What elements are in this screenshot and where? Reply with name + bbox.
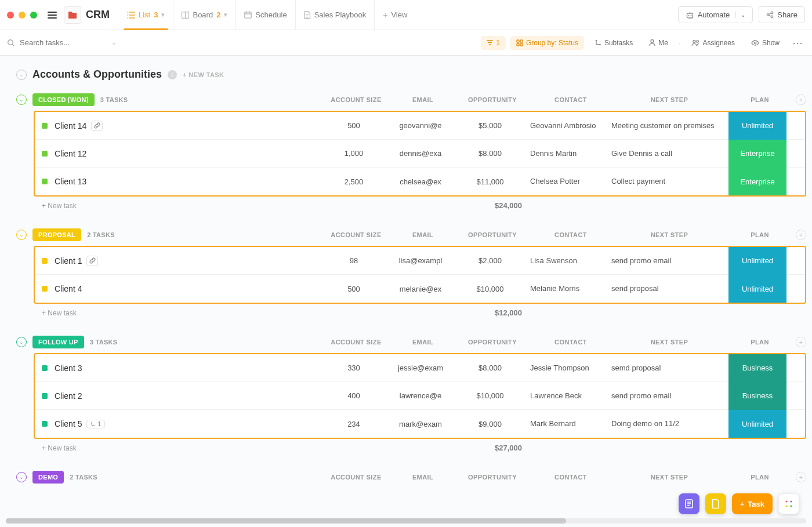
col-opportunity[interactable]: OPPORTUNITY [455, 339, 530, 346]
table-row[interactable]: Client 198lisa@exampl$2,000Lisa Swensons… [35, 247, 805, 275]
new-task-row[interactable]: + New task [42, 202, 77, 210]
cell-account-size[interactable]: 2,500 [319, 177, 389, 186]
automate-button[interactable]: Automate ⌄ [678, 6, 753, 23]
col-plan[interactable]: PLAN [727, 96, 792, 103]
fab-doc[interactable] [705, 493, 726, 514]
cell-opportunity[interactable]: $8,000 [452, 364, 528, 372]
search-input[interactable] [20, 38, 107, 47]
add-view-button[interactable]: + View [374, 0, 415, 30]
status-square-icon[interactable] [42, 421, 48, 427]
cell-email[interactable]: mark@exam [389, 420, 452, 428]
window-close-dot[interactable] [7, 12, 14, 19]
collapse-group-icon[interactable]: ⌄ [16, 95, 27, 105]
cell-account-size[interactable]: 400 [319, 391, 389, 400]
cell-next-step[interactable]: Meeting customer on premises [609, 121, 725, 130]
cell-next-step[interactable]: send promo email [609, 256, 725, 266]
status-square-icon[interactable] [42, 123, 48, 129]
col-account-size[interactable]: ACCOUNT SIZE [321, 339, 391, 346]
add-column-button[interactable]: + [796, 230, 806, 240]
col-next-step[interactable]: NEXT STEP [611, 96, 727, 103]
new-task-button[interactable]: + NEW TASK [183, 71, 224, 78]
cell-next-step[interactable]: Collect payment [609, 177, 725, 186]
table-row[interactable]: Client 3330jessie@exam$8,000Jessie Thomp… [35, 354, 805, 382]
cell-contact[interactable]: Dennis Martin [528, 149, 609, 158]
cell-contact[interactable]: Jessie Thompson [528, 364, 609, 373]
cell-opportunity[interactable]: $10,000 [452, 285, 528, 293]
cell-opportunity[interactable]: $8,000 [452, 149, 528, 158]
col-contact[interactable]: CONTACT [530, 96, 611, 103]
task-name[interactable]: Client 12 [55, 149, 86, 158]
show-pill[interactable]: Show [745, 36, 785, 50]
group-status-badge[interactable]: FOLLOW UP [32, 336, 84, 348]
plan-tag[interactable]: Business [728, 382, 786, 410]
cell-opportunity[interactable]: $2,000 [452, 256, 528, 265]
col-account-size[interactable]: ACCOUNT SIZE [321, 231, 391, 238]
col-plan[interactable]: PLAN [727, 474, 792, 481]
group-status-badge[interactable]: PROPOSAL [32, 228, 81, 241]
plan-tag[interactable]: Unlimited [728, 410, 786, 438]
cell-next-step[interactable]: Doing demo on 11/2 [609, 419, 725, 428]
share-button[interactable]: Share [759, 6, 805, 23]
cell-contact[interactable]: Lawrence Beck [528, 391, 609, 401]
col-email[interactable]: EMAIL [391, 474, 455, 481]
cell-next-step[interactable]: semd proposal [609, 364, 725, 373]
task-name[interactable]: Client 1 [55, 256, 82, 266]
status-square-icon[interactable] [42, 365, 48, 371]
table-row[interactable]: Client 14500geovanni@e$5,000Geovanni Amb… [35, 112, 805, 140]
plan-tag[interactable]: Unlimited [728, 247, 786, 275]
plan-tag[interactable]: Enterprise [728, 168, 786, 195]
col-account-size[interactable]: ACCOUNT SIZE [321, 96, 391, 103]
add-column-button[interactable]: + [796, 472, 806, 482]
groupby-pill[interactable]: Group by: Status [510, 36, 584, 50]
table-row[interactable]: Client 121,000dennis@exa$8,000Dennis Mar… [35, 140, 805, 168]
view-tab-playbook[interactable]: Sales Playbook [295, 0, 375, 30]
cell-next-step[interactable]: send proposal [609, 284, 725, 293]
collapse-section-icon[interactable]: ⌄ [16, 70, 27, 80]
cell-email[interactable]: geovanni@e [389, 121, 452, 130]
col-next-step[interactable]: NEXT STEP [611, 339, 727, 346]
filter-pill[interactable]: 1 [481, 36, 506, 50]
view-tab-list[interactable]: List 3 ▾ [119, 0, 173, 30]
status-square-icon[interactable] [42, 286, 48, 292]
assignees-pill[interactable]: Assignees [686, 36, 741, 50]
cell-opportunity[interactable]: $9,000 [452, 420, 528, 428]
task-name[interactable]: Client 4 [55, 284, 82, 293]
window-max-dot[interactable] [30, 12, 37, 19]
window-min-dot[interactable] [19, 12, 26, 19]
search-wrap[interactable]: ⌄ [7, 38, 140, 47]
cell-next-step[interactable]: Give Dennis a call [609, 149, 725, 158]
add-column-button[interactable]: + [796, 337, 806, 347]
cell-opportunity[interactable]: $11,000 [452, 177, 528, 186]
cell-account-size[interactable]: 1,000 [319, 149, 389, 158]
cell-contact[interactable]: Mark Bernard [528, 419, 609, 428]
cell-account-size[interactable]: 500 [319, 121, 389, 130]
task-name[interactable]: Client 5 [55, 419, 82, 428]
cell-contact[interactable]: Chelsea Potter [528, 177, 609, 186]
fab-apps[interactable] [778, 493, 799, 514]
col-email[interactable]: EMAIL [391, 96, 455, 103]
status-square-icon[interactable] [42, 258, 48, 264]
add-column-button[interactable]: + [796, 95, 806, 105]
task-name[interactable]: Client 14 [55, 121, 86, 130]
col-plan[interactable]: PLAN [727, 231, 792, 238]
chevron-down-icon[interactable]: ⌄ [111, 39, 117, 46]
link-icon[interactable] [86, 256, 98, 266]
fab-new-task[interactable]: + Task [732, 493, 773, 514]
table-row[interactable]: Client 132,500chelsea@ex$11,000Chelsea P… [35, 168, 805, 195]
cell-email[interactable]: lisa@exampl [389, 256, 452, 265]
cell-account-size[interactable]: 330 [319, 364, 389, 372]
view-tab-board[interactable]: Board 2 ▾ [173, 0, 235, 30]
cell-contact[interactable]: Lisa Swenson [528, 256, 609, 266]
cell-account-size[interactable]: 234 [319, 420, 389, 428]
col-contact[interactable]: CONTACT [530, 231, 611, 238]
col-account-size[interactable]: ACCOUNT SIZE [321, 474, 391, 481]
horizontal-scrollbar[interactable] [6, 518, 806, 524]
col-contact[interactable]: CONTACT [530, 339, 611, 346]
cell-contact[interactable]: Melanie Morris [528, 284, 609, 293]
cell-opportunity[interactable]: $5,000 [452, 121, 528, 130]
status-square-icon[interactable] [42, 151, 48, 157]
col-email[interactable]: EMAIL [391, 231, 455, 238]
plan-tag[interactable]: Unlimited [728, 275, 786, 303]
cell-email[interactable]: chelsea@ex [389, 177, 452, 186]
chevron-down-icon[interactable]: ⌄ [735, 12, 745, 18]
